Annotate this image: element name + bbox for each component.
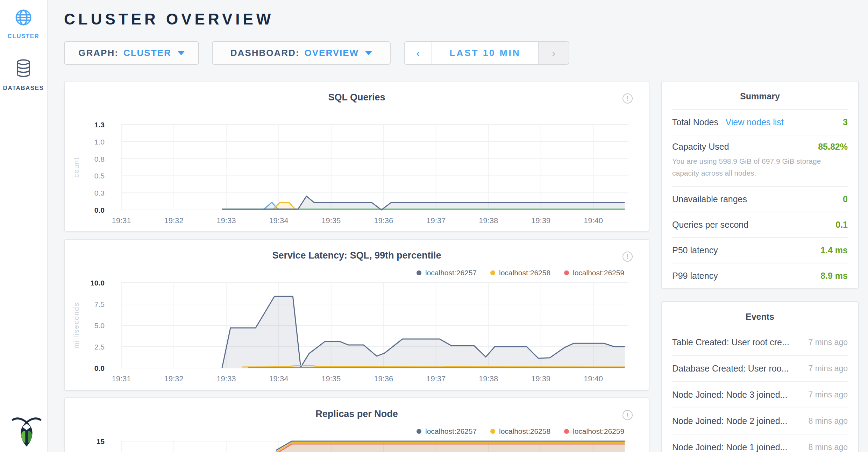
svg-text:0.8: 0.8 bbox=[94, 155, 105, 163]
svg-text:19:32: 19:32 bbox=[164, 216, 183, 225]
chevron-right-icon: › bbox=[552, 47, 555, 59]
summary-row-queries-per-second: Queries per second 0.1 bbox=[672, 212, 848, 237]
graph-dropdown-label: GRAPH: bbox=[78, 48, 119, 58]
svg-text:19:31: 19:31 bbox=[112, 216, 131, 225]
svg-text:19:37: 19:37 bbox=[426, 216, 446, 225]
events-heading: Events bbox=[672, 312, 848, 322]
chart-title: Service Latency: SQL, 99th percentile bbox=[65, 250, 649, 261]
svg-text:19:31: 19:31 bbox=[112, 374, 131, 383]
svg-text:19:32: 19:32 bbox=[164, 374, 183, 383]
time-window-selector: ‹ LAST 10 MIN › bbox=[404, 41, 569, 65]
svg-text:19:33: 19:33 bbox=[216, 216, 236, 225]
time-window-range-button[interactable]: LAST 10 MIN bbox=[432, 42, 538, 64]
dashboard-dropdown-label: DASHBOARD: bbox=[230, 48, 300, 58]
events-panel: Events Table Created: User root cre... 7… bbox=[661, 301, 859, 452]
graph-dropdown-value: CLUSTER bbox=[123, 48, 171, 58]
capacity-value: 85.82% bbox=[818, 142, 848, 152]
svg-text:2.5: 2.5 bbox=[94, 343, 105, 351]
chart-title: Replicas per Node bbox=[65, 409, 649, 419]
legend-label[interactable]: localhost:26259 bbox=[573, 269, 624, 277]
sidebar: CLUSTER DATABASES bbox=[0, 0, 48, 452]
sql-queries-chart[interactable]: 19:3119:3219:3319:3419:3519:3619:3719:38… bbox=[65, 82, 650, 232]
event-row[interactable]: Node Joined: Node 1 joined... 8 mins ago bbox=[672, 435, 848, 452]
svg-text:19:35: 19:35 bbox=[321, 216, 341, 225]
svg-text:1.3: 1.3 bbox=[94, 121, 105, 129]
summary-heading: Summary bbox=[672, 91, 848, 101]
svg-text:19:34: 19:34 bbox=[269, 216, 288, 225]
legend-label[interactable]: localhost:26258 bbox=[499, 269, 550, 277]
svg-text:19:40: 19:40 bbox=[584, 216, 603, 225]
info-icon[interactable]: ! bbox=[622, 252, 633, 262]
legend-dot-icon[interactable] bbox=[490, 270, 495, 275]
time-window-next-button[interactable]: › bbox=[538, 42, 569, 64]
chevron-left-icon: ‹ bbox=[417, 47, 420, 59]
event-row[interactable]: Node Joined: Node 2 joined... 8 mins ago bbox=[672, 408, 848, 435]
legend-dot-icon[interactable] bbox=[417, 270, 421, 275]
legend-label[interactable]: localhost:26257 bbox=[425, 269, 477, 277]
svg-text:19:40: 19:40 bbox=[584, 374, 603, 383]
event-row[interactable]: Database Created: User roo... 7 mins ago bbox=[672, 356, 848, 382]
info-icon[interactable]: ! bbox=[622, 410, 633, 420]
legend-dot-icon[interactable] bbox=[564, 429, 569, 434]
svg-text:10.0: 10.0 bbox=[90, 279, 105, 287]
database-icon bbox=[14, 59, 33, 80]
service-latency-chart[interactable]: 19:3119:3219:3319:3419:3519:3619:3719:38… bbox=[65, 240, 650, 390]
summary-row-total-nodes: Total Nodes View nodes list 3 bbox=[672, 109, 848, 135]
chevron-down-icon bbox=[365, 51, 372, 55]
svg-text:1.0: 1.0 bbox=[94, 138, 105, 146]
capacity-label: Capacity Used bbox=[672, 142, 729, 152]
sidebar-item-cluster[interactable]: CLUSTER bbox=[0, 8, 47, 40]
service-latency-chart-panel: 19:3119:3219:3319:3419:3519:3619:3719:38… bbox=[64, 239, 649, 391]
chevron-down-icon bbox=[178, 51, 185, 55]
sidebar-item-label: CLUSTER bbox=[8, 33, 40, 40]
graph-dropdown[interactable]: GRAPH: CLUSTER bbox=[64, 41, 199, 65]
summary-panel: Summary Total Nodes View nodes list 3 Ca… bbox=[661, 81, 859, 289]
svg-text:19:39: 19:39 bbox=[531, 216, 550, 225]
svg-text:5.0: 5.0 bbox=[94, 322, 105, 330]
app-root: CLUSTER DATABASES CLUSTER O bbox=[0, 0, 868, 452]
legend-dot-icon[interactable] bbox=[564, 270, 569, 275]
svg-text:19:33: 19:33 bbox=[216, 374, 236, 383]
legend-label[interactable]: localhost:26257 bbox=[425, 427, 477, 435]
summary-row-unavailable-ranges: Unavailable ranges 0 bbox=[672, 186, 848, 212]
summary-row-p99-latency: P99 latency 8.9 ms bbox=[672, 263, 848, 288]
svg-text:0.3: 0.3 bbox=[94, 189, 105, 197]
svg-text:0.0: 0.0 bbox=[94, 206, 105, 214]
capacity-note: You are using 598.9 GiB of 697.9 GiB sto… bbox=[672, 155, 848, 179]
svg-text:milliseconds: milliseconds bbox=[72, 302, 80, 349]
svg-text:count: count bbox=[72, 157, 80, 178]
dashboard-dropdown[interactable]: DASHBOARD: OVERVIEW bbox=[212, 41, 391, 65]
svg-text:19:38: 19:38 bbox=[479, 216, 498, 225]
legend-label[interactable]: localhost:26258 bbox=[499, 427, 550, 435]
svg-text:0.0: 0.0 bbox=[94, 364, 105, 372]
replicas-per-node-chart[interactable]: 19:3119:3219:3319:3419:3519:3619:3719:38… bbox=[65, 398, 650, 452]
legend-dot-icon[interactable] bbox=[417, 429, 421, 434]
info-icon[interactable]: ! bbox=[622, 93, 633, 104]
svg-text:19:36: 19:36 bbox=[374, 216, 393, 225]
event-row[interactable]: Table Created: User root cre... 7 mins a… bbox=[672, 330, 848, 356]
total-nodes-value: 3 bbox=[843, 117, 848, 127]
dashboard-dropdown-value: OVERVIEW bbox=[305, 48, 359, 58]
sidebar-item-label: DATABASES bbox=[3, 85, 44, 92]
legend-dot-icon[interactable] bbox=[490, 429, 495, 434]
svg-text:19:36: 19:36 bbox=[374, 374, 393, 383]
cockroachdb-logo[interactable] bbox=[10, 416, 43, 448]
svg-text:15: 15 bbox=[97, 437, 105, 445]
replicas-per-node-chart-panel: 19:3119:3219:3319:3419:3519:3619:3719:38… bbox=[64, 397, 649, 452]
svg-text:19:34: 19:34 bbox=[269, 374, 288, 383]
view-nodes-list-link[interactable]: View nodes list bbox=[725, 117, 783, 127]
time-window-prev-button[interactable]: ‹ bbox=[405, 42, 432, 64]
legend-label[interactable]: localhost:26259 bbox=[573, 427, 624, 435]
svg-text:19:37: 19:37 bbox=[426, 374, 446, 383]
summary-row-p50-latency: P50 latency 1.4 ms bbox=[672, 237, 848, 263]
svg-text:19:38: 19:38 bbox=[479, 374, 498, 383]
chart-title: SQL Queries bbox=[65, 92, 649, 103]
event-row[interactable]: Node Joined: Node 3 joined... 7 mins ago bbox=[672, 382, 848, 408]
svg-text:0.5: 0.5 bbox=[94, 172, 105, 180]
svg-text:19:39: 19:39 bbox=[531, 374, 550, 383]
svg-text:19:35: 19:35 bbox=[321, 374, 341, 383]
sidebar-item-databases[interactable]: DATABASES bbox=[0, 59, 47, 92]
svg-text:7.5: 7.5 bbox=[94, 300, 105, 308]
globe-icon bbox=[14, 8, 33, 28]
summary-row-capacity: Capacity Used 85.82% You are using 598.9… bbox=[672, 135, 848, 186]
